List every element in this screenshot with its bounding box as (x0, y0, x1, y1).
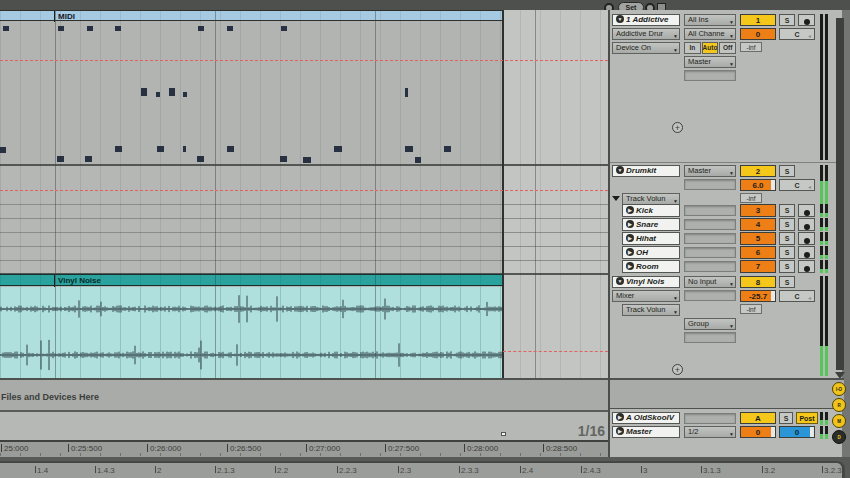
track-name[interactable]: ▶Kick (622, 204, 680, 217)
midi-note[interactable] (141, 88, 147, 96)
track-number-badge[interactable]: 5 (740, 232, 776, 245)
midi-note[interactable] (183, 92, 187, 97)
track-name-vinyl-noise[interactable]: ▼Vinyl Nois (612, 276, 680, 288)
cue-out-dropdown[interactable]: 1/2 (684, 426, 736, 438)
midi-note[interactable] (115, 146, 122, 152)
midi-channel-dropdown[interactable]: All Channe (684, 28, 736, 40)
return-badge[interactable]: A (740, 412, 776, 424)
midi-note[interactable] (280, 156, 287, 162)
midi-note[interactable] (57, 156, 64, 162)
arm-button[interactable] (798, 14, 815, 26)
solo-button[interactable]: S (779, 204, 795, 217)
solo-button[interactable]: S (779, 218, 795, 231)
midi-note[interactable] (85, 156, 92, 162)
track-number-badge[interactable]: 3 (740, 204, 776, 217)
midi-clip-body[interactable] (0, 21, 503, 164)
arm-button[interactable] (798, 218, 815, 231)
pan-center-button[interactable]: C (779, 290, 815, 302)
midi-note[interactable] (197, 156, 204, 162)
track-number-badge[interactable]: 4 (740, 218, 776, 231)
audio-clip-body[interactable] (0, 287, 503, 378)
drum-track-row[interactable]: ▶Snare 4 S (610, 218, 836, 231)
pan-center-button[interactable]: C (779, 179, 815, 191)
solo-button[interactable]: S (779, 232, 795, 245)
midi-note[interactable] (415, 157, 421, 163)
arm-button[interactable] (798, 232, 815, 245)
time-ruler[interactable]: 25:000 0:25:500 0:26:000 0:26:500 0:27:0… (0, 440, 608, 457)
device-on-dropdown[interactable]: Device On (612, 42, 680, 54)
midi-note[interactable] (169, 88, 175, 96)
pan-center-button[interactable]: C (779, 28, 815, 40)
peak-level-readout[interactable]: -inf (740, 304, 762, 314)
track-number-badge[interactable]: 7 (740, 260, 776, 273)
midi-note[interactable] (444, 146, 451, 152)
track-name[interactable]: ▶OH (622, 246, 680, 259)
midi-note[interactable] (3, 26, 9, 31)
automation-line[interactable] (0, 60, 608, 61)
track-number-badge[interactable]: 1 (740, 14, 776, 26)
add-automation-lane-button[interactable]: + (672, 122, 683, 133)
monitor-off-button[interactable]: Off (719, 42, 736, 54)
cue-volume[interactable]: 0 (779, 426, 815, 438)
midi-note[interactable] (281, 26, 287, 31)
arm-button[interactable] (798, 260, 815, 273)
midi-note[interactable] (183, 146, 186, 152)
track-number-badge[interactable]: 2 (740, 165, 776, 177)
midi-note[interactable] (58, 26, 64, 31)
track-name[interactable]: ▶Hihat (622, 232, 680, 245)
show-returns-toggle[interactable]: R (832, 398, 846, 412)
transport-knob-icon[interactable] (604, 3, 614, 10)
midi-note[interactable] (405, 88, 408, 97)
volume-value[interactable]: 6.0 (740, 179, 776, 191)
midi-note[interactable] (156, 92, 160, 97)
automation-fold-icon[interactable] (612, 196, 620, 201)
midi-note[interactable] (87, 26, 93, 31)
midi-note[interactable] (0, 147, 6, 153)
arm-button[interactable] (798, 246, 815, 259)
monitor-auto-button[interactable]: Auto (702, 42, 719, 54)
drum-track-row[interactable]: ▶Hihat 5 S (610, 232, 836, 245)
fold-track-icon[interactable]: ▼ (616, 15, 624, 23)
solo-button[interactable]: S (779, 165, 795, 177)
solo-button[interactable]: S (779, 14, 795, 26)
automation-param-dropdown[interactable]: Track Volun (622, 304, 680, 316)
drum-track-row[interactable]: ▶OH 6 S (610, 246, 836, 259)
peak-level-readout[interactable]: -inf (740, 42, 762, 52)
peak-level-readout[interactable]: -inf (740, 193, 762, 203)
add-automation-lane-button[interactable]: + (672, 364, 683, 375)
fold-track-icon[interactable]: ▼ (616, 277, 624, 285)
track-name[interactable]: ▶Snare (622, 218, 680, 231)
track-number-badge[interactable]: 8 (740, 276, 776, 288)
solo-button[interactable]: S (779, 246, 795, 259)
show-mixer-toggle[interactable]: M (832, 414, 846, 428)
drop-zone[interactable]: Files and Devices Here (0, 378, 608, 410)
output-routing-dropdown[interactable]: Master (684, 165, 736, 177)
midi-note[interactable] (303, 157, 311, 163)
insert-marker[interactable] (501, 432, 506, 436)
device-chooser-dropdown[interactable]: Mixer (612, 290, 680, 302)
group-routing-dropdown[interactable]: Group (684, 318, 736, 330)
master-volume[interactable]: 0 (740, 426, 776, 438)
pan-value[interactable]: 0 (740, 28, 776, 40)
volume-value[interactable]: -25.7 (740, 290, 776, 302)
output-routing-dropdown[interactable]: Master (684, 56, 736, 68)
drum-track-row[interactable]: ▶Room 7 S (610, 260, 836, 273)
automation-line[interactable] (503, 351, 608, 352)
toolbar-square-button[interactable] (657, 3, 666, 10)
midi-note[interactable] (157, 146, 164, 152)
drum-track-row[interactable]: ▶Kick 3 S (610, 204, 836, 217)
solo-button[interactable]: S (779, 260, 795, 273)
solo-button[interactable]: S (779, 276, 795, 288)
device-chooser-dropdown[interactable]: Addictive Drur (612, 28, 680, 40)
automation-line[interactable] (0, 190, 608, 191)
track-number-badge[interactable]: 6 (740, 246, 776, 259)
post-button[interactable]: Post (796, 412, 818, 424)
show-delay-toggle[interactable]: D (832, 430, 846, 444)
solo-button[interactable]: S (779, 412, 793, 424)
return-track-name[interactable]: ▶A OldSkoolV (612, 412, 680, 424)
monitor-in-button[interactable]: In (684, 42, 701, 54)
midi-note[interactable] (227, 146, 234, 152)
audio-clip-titlebar[interactable]: Vinyl Noise (0, 274, 503, 286)
track-name[interactable]: ▶Room (622, 260, 680, 273)
input-routing-dropdown[interactable]: All Ins (684, 14, 736, 26)
